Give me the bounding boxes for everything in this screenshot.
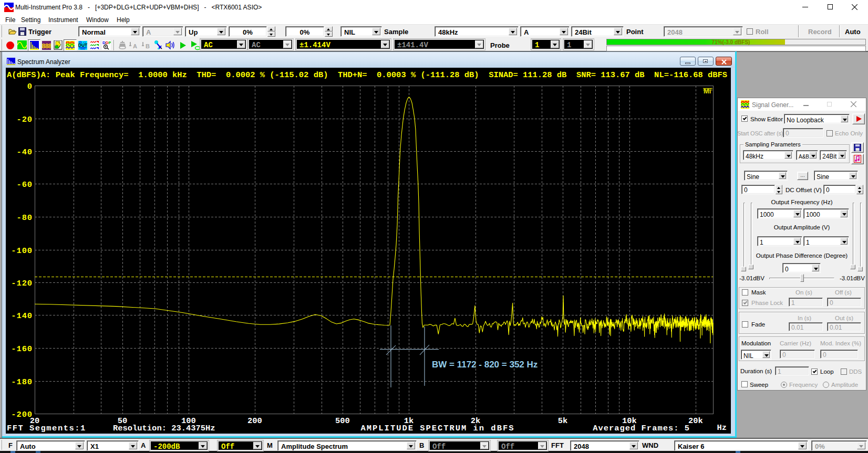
svg-text:-20: -20 <box>17 115 33 124</box>
svg-text:500: 500 <box>335 416 350 426</box>
svg-text:-100: -100 <box>11 246 33 256</box>
svg-text:AMPLITUDE SPECTRUM in dBFS: AMPLITUDE SPECTRUM in dBFS <box>361 424 515 433</box>
svg-text:BW = 1172 - 820 = 352 Hz: BW = 1172 - 820 = 352 Hz <box>432 360 538 370</box>
svg-text:0: 0 <box>27 82 33 91</box>
svg-text:-140: -140 <box>11 311 33 321</box>
svg-text:Resolution: 23.4375Hz: Resolution: 23.4375Hz <box>113 424 215 433</box>
svg-text:200: 200 <box>247 416 262 426</box>
svg-text:A(dBFS)A: Peak Frequency= 1.0: A(dBFS)A: Peak Frequency= 1.0000 kHz THD… <box>7 70 727 80</box>
svg-text:20k: 20k <box>688 416 703 426</box>
svg-text:FFT Segments:1: FFT Segments:1 <box>7 424 86 433</box>
svg-text:-120: -120 <box>11 279 33 288</box>
svg-text:-40: -40 <box>17 148 33 157</box>
svg-text:-60: -60 <box>17 180 33 189</box>
svg-text:Averaged Frames: 5: Averaged Frames: 5 <box>593 424 690 433</box>
svg-text:-80: -80 <box>17 213 33 223</box>
svg-text:5k: 5k <box>558 416 568 426</box>
svg-text:-180: -180 <box>11 377 33 387</box>
svg-text:-160: -160 <box>11 344 33 354</box>
svg-text:Hz: Hz <box>717 423 727 433</box>
